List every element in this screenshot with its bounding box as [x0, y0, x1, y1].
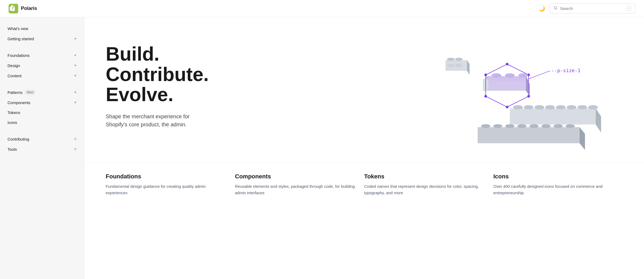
hero-text: Build. Contribute. Evolve. Shape the mer…: [106, 33, 218, 129]
sidebar-expand-icon: +: [74, 100, 76, 105]
svg-point-18: [447, 64, 455, 67]
site-title: Polaris: [21, 6, 37, 11]
svg-marker-46: [526, 76, 529, 95]
svg-point-17: [455, 58, 463, 61]
svg-point-50: [518, 73, 528, 78]
search-label: Search: [560, 6, 624, 11]
svg-point-43: [484, 95, 487, 98]
hero-subtext: Shape the merchant experience for Shopif…: [106, 112, 202, 129]
svg-point-35: [541, 124, 551, 128]
card-foundations-title: Foundations: [106, 173, 226, 180]
svg-marker-29: [478, 127, 580, 143]
sidebar-section-1: What's new Getting started +: [0, 24, 84, 44]
svg-point-6: [524, 105, 533, 109]
card-icons-desc: Over 400 carefully designed icons focuse…: [493, 183, 614, 196]
svg-point-39: [506, 63, 508, 65]
sidebar-item-whats-new-label: What's new: [8, 26, 28, 31]
svg-marker-14: [467, 60, 470, 75]
sidebar-item-content-label: Content: [8, 74, 22, 78]
svg-point-9: [556, 105, 566, 109]
card-icons-title: Icons: [493, 173, 614, 180]
svg-point-32: [505, 124, 514, 128]
card-icons[interactable]: Icons Over 400 carefully designed icons …: [493, 173, 623, 196]
card-tokens-desc: Coded names that represent design decisi…: [364, 183, 485, 196]
header-logo-group: Polaris: [9, 4, 37, 13]
sidebar-item-tokens[interactable]: Tokens: [0, 108, 84, 118]
sidebar-item-content[interactable]: Content +: [0, 71, 84, 81]
svg-point-49: [505, 73, 515, 78]
sidebar-section-2: Foundations + Design + Content +: [0, 50, 84, 81]
sidebar-item-design[interactable]: Design +: [0, 60, 84, 71]
sidebar-section-3: Patterns New + Components + Tokens Icons: [0, 87, 84, 127]
svg-point-37: [566, 124, 575, 128]
sidebar-item-getting-started-label: Getting started: [8, 36, 34, 41]
sidebar-item-getting-started[interactable]: Getting started +: [0, 34, 84, 44]
sidebar: What's new Getting started + Foundations…: [0, 17, 84, 279]
sidebar-expand-icon: +: [74, 63, 76, 68]
sidebar-item-tokens-label: Tokens: [8, 110, 20, 115]
sidebar-item-tools[interactable]: Tools +: [0, 144, 84, 154]
sidebar-expand-icon: +: [74, 137, 76, 141]
card-components[interactable]: Components Reusable elements and styles,…: [235, 173, 364, 196]
sidebar-item-foundations[interactable]: Foundations +: [0, 50, 84, 60]
sidebar-item-tools-label: Tools: [8, 147, 17, 152]
sidebar-item-icons-label: Icons: [8, 120, 17, 125]
sidebar-expand-icon: +: [74, 147, 76, 152]
sidebar-item-components[interactable]: Components +: [0, 97, 84, 108]
sidebar-section-4: Contributing + Tools +: [0, 134, 84, 154]
header-actions: 🌙 Search /: [539, 3, 635, 13]
sidebar-expand-icon: +: [74, 90, 76, 95]
card-tokens[interactable]: Tokens Coded names that represent design…: [364, 173, 493, 196]
svg-point-30: [481, 124, 490, 128]
svg-line-51: [529, 71, 550, 79]
shopify-logo-icon: [9, 4, 18, 13]
svg-point-42: [506, 106, 508, 108]
sidebar-item-whats-new[interactable]: What's new: [0, 24, 84, 34]
search-icon: [554, 6, 558, 11]
sidebar-item-patterns[interactable]: Patterns New +: [0, 87, 84, 97]
svg-marker-3: [596, 108, 601, 133]
svg-point-33: [517, 124, 526, 128]
svg-point-44: [484, 74, 487, 76]
sidebar-item-foundations-label: Foundations: [8, 53, 30, 58]
sidebar-item-contributing-label: Contributing: [8, 137, 29, 141]
card-foundations[interactable]: Foundations Fundamental design guidance …: [106, 173, 235, 196]
sidebar-item-components-label: Components: [8, 100, 30, 105]
search-bar[interactable]: Search /: [550, 3, 635, 13]
svg-point-31: [493, 124, 502, 128]
svg-point-34: [529, 124, 539, 128]
svg-marker-28: [580, 127, 585, 150]
sidebar-expand-icon: +: [74, 53, 76, 58]
sidebar-item-patterns-label: Patterns New: [8, 90, 35, 95]
hero-illustration: --p-size-1: [218, 33, 623, 151]
svg-marker-47: [488, 76, 526, 90]
svg-point-36: [554, 124, 563, 128]
card-tokens-title: Tokens: [364, 173, 485, 180]
lego-scene-svg: --p-size-1: [402, 33, 623, 151]
search-shortcut: /: [627, 6, 631, 11]
sidebar-item-design-label: Design: [8, 63, 20, 68]
new-badge: New: [25, 90, 35, 95]
page-layout: What's new Getting started + Foundations…: [0, 17, 644, 279]
cards-section: Foundations Fundamental design guidance …: [84, 162, 644, 212]
sidebar-item-icons[interactable]: Icons: [0, 118, 84, 127]
card-foundations-desc: Fundamental design guidance for creating…: [106, 183, 226, 196]
svg-marker-4: [510, 108, 596, 124]
theme-toggle-icon[interactable]: 🌙: [539, 5, 545, 12]
header: Polaris 🌙 Search /: [0, 0, 644, 17]
card-components-title: Components: [235, 173, 356, 180]
token-label: --p-size-1: [551, 68, 580, 73]
card-components-desc: Reusable elements and styles, packaged t…: [235, 183, 356, 196]
sidebar-item-contributing[interactable]: Contributing +: [0, 134, 84, 144]
svg-point-11: [577, 105, 587, 109]
hero-heading: Build. Contribute. Evolve.: [106, 44, 218, 105]
svg-point-12: [588, 105, 598, 109]
svg-point-8: [545, 105, 555, 109]
svg-point-5: [513, 105, 523, 109]
sidebar-expand-icon: +: [74, 36, 76, 41]
main-content: Build. Contribute. Evolve. Shape the mer…: [84, 17, 644, 279]
svg-point-19: [455, 64, 463, 67]
svg-point-41: [527, 95, 530, 98]
svg-point-16: [447, 58, 455, 61]
sidebar-expand-icon: +: [74, 73, 76, 78]
